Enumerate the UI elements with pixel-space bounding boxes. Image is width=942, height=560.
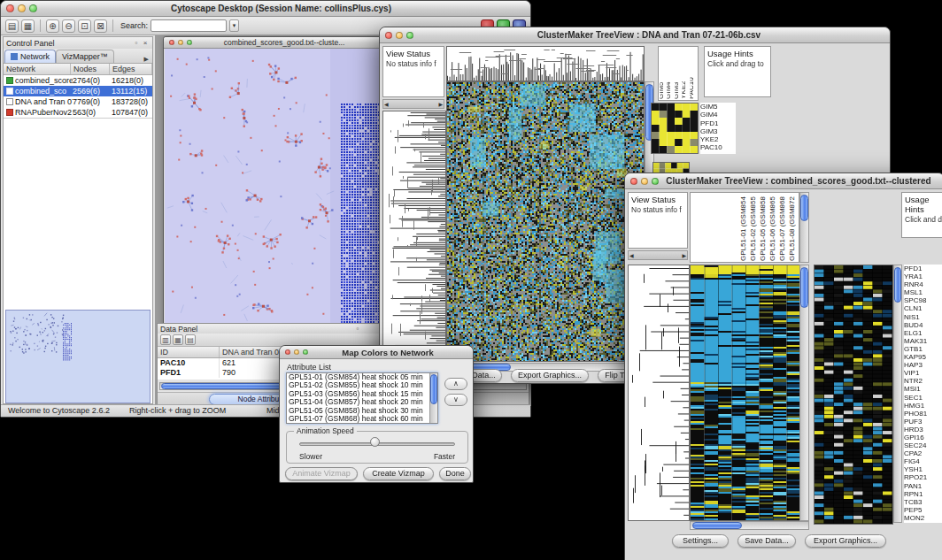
gene-label: PHO81 xyxy=(904,410,942,418)
array-column-labels: GPL51-01 (GSM854GPL51-02 (GSM855GPL51-05… xyxy=(690,192,799,263)
gene-dendrogram[interactable] xyxy=(628,265,690,521)
gene-dendrogram[interactable] xyxy=(382,111,446,364)
animation-speed-label: Animation Speed xyxy=(294,426,357,435)
scroll-right-icon[interactable]: ▶ xyxy=(682,252,686,258)
move-up-button[interactable]: ∧ xyxy=(444,378,467,390)
horizontal-scrollbar[interactable]: ◀ ▶ xyxy=(628,250,688,260)
minimize-button[interactable] xyxy=(396,32,403,39)
vertical-scrollbar[interactable] xyxy=(799,265,809,521)
attribute-item[interactable]: GPL51-07 (GSM868) heat shock 60 min xyxy=(287,415,429,423)
heatmap-global-view[interactable] xyxy=(690,265,801,521)
minimize-button[interactable] xyxy=(294,349,299,355)
network-view-canvas[interactable] xyxy=(165,49,382,329)
done-button[interactable]: Done xyxy=(439,467,471,480)
gene-label: TCB3 xyxy=(904,498,942,506)
attribute-item[interactable]: GPL51-04 (GSM857) heat shock 20 min xyxy=(287,398,429,406)
close-button[interactable] xyxy=(630,178,637,185)
table-row[interactable]: DNA and Tran 07 7769(0) 183728(0) xyxy=(4,96,152,107)
usage-hints-panel: Usage Hints Click and drag to xyxy=(704,46,771,97)
table-row[interactable]: combined_scores 2764(0) 16218(0) xyxy=(4,75,152,86)
window-controls xyxy=(169,40,192,45)
search-dropdown-icon[interactable]: ▾ xyxy=(229,19,239,32)
zoom-button[interactable] xyxy=(29,4,37,12)
vertical-scrollbar[interactable] xyxy=(799,192,809,263)
zoom-column-labels: GIM5GIM4GIM3YKE2PAC10 xyxy=(658,46,699,101)
import-network-icon[interactable]: ▦ xyxy=(21,19,35,33)
minimize-button[interactable] xyxy=(641,178,648,185)
save-data-button[interactable]: Save Data... xyxy=(737,534,796,548)
zoom-fit-icon[interactable]: ⊡ xyxy=(78,19,91,33)
attribute-item[interactable]: GPL51-03 (GSM856) heat shock 15 min xyxy=(287,390,429,398)
export-graphics-button[interactable]: Export Graphics... xyxy=(511,369,589,382)
minimize-button[interactable] xyxy=(18,4,26,12)
zoom-button[interactable] xyxy=(406,32,413,39)
scroll-left-icon[interactable]: ◀ xyxy=(384,101,389,107)
minimize-button[interactable] xyxy=(178,40,183,45)
zoom-in-icon[interactable]: ⊕ xyxy=(46,19,59,33)
gene-label: MON2 xyxy=(904,514,942,522)
view-status-title: View Status xyxy=(383,47,444,58)
search-input[interactable] xyxy=(151,19,227,32)
float-panel-icon[interactable]: ▫ xyxy=(132,39,141,47)
open-session-icon[interactable]: ▤ xyxy=(5,19,19,33)
gene-label: RNR4 xyxy=(904,280,942,288)
scrollbar-thumb[interactable] xyxy=(692,522,742,529)
zoom-button[interactable] xyxy=(652,178,659,185)
scrollbar-thumb[interactable] xyxy=(800,267,808,308)
close-button[interactable] xyxy=(6,4,14,12)
scrollbar-thumb[interactable] xyxy=(800,195,808,221)
zoom-out-icon[interactable]: ⊖ xyxy=(62,19,75,33)
close-button[interactable] xyxy=(285,349,290,355)
gene-label: SPC98 xyxy=(904,296,942,304)
gene-label: PFD1 xyxy=(904,265,942,272)
array-dendrogram[interactable] xyxy=(446,46,645,81)
network-table-header: Network Nodes Edges xyxy=(4,64,152,75)
network-overview-canvas[interactable] xyxy=(6,311,150,403)
heatmap-zoom-view[interactable] xyxy=(651,103,699,154)
attribute-create-icon[interactable]: ▦ xyxy=(173,334,183,345)
tab-network[interactable]: Network xyxy=(4,50,56,63)
vertical-scrollbar[interactable] xyxy=(893,265,902,523)
tab-vizmapper[interactable]: VizMapper™ xyxy=(56,50,114,63)
horizontal-scrollbar[interactable] xyxy=(690,521,809,530)
table-row[interactable]: RNAPuberNov2 F 563(0) 107847(0) xyxy=(4,107,152,118)
vertical-scrollbar[interactable] xyxy=(429,373,437,423)
treeview2-titlebar[interactable]: ClusterMaker TreeView : combined_scores_… xyxy=(625,173,942,189)
attribute-item[interactable]: GPL51-05 (GSM858) heat shock 30 min xyxy=(287,407,429,415)
scrollbar-thumb[interactable] xyxy=(430,374,437,404)
export-graphics-button[interactable]: Export Graphics... xyxy=(805,534,886,548)
usage-hints-title: Usage Hints xyxy=(902,193,942,214)
gene-label: CLN1 xyxy=(904,304,942,312)
close-panel-icon[interactable]: × xyxy=(141,39,150,47)
float-panel-icon[interactable]: ▫ xyxy=(354,325,362,333)
close-button[interactable] xyxy=(385,32,392,39)
move-down-button[interactable]: ∨ xyxy=(444,394,467,406)
animate-vizmap-button[interactable]: Animate Vizmap xyxy=(285,467,358,480)
network-view-titlebar[interactable]: combined_scores_good.txt--cluste... xyxy=(164,37,382,49)
tab-overflow-icon[interactable]: ▶ xyxy=(142,56,151,63)
heatmap-global-view[interactable] xyxy=(446,81,645,362)
scroll-right-icon[interactable]: ▶ xyxy=(438,101,443,107)
gene-label: VIP1 xyxy=(904,369,942,377)
main-titlebar[interactable]: Cytoscape Desktop (Session Name: collins… xyxy=(1,1,530,17)
faster-label: Faster xyxy=(434,452,455,461)
attribute-item[interactable]: GPL51-02 (GSM855) heat shock 10 min xyxy=(287,381,429,389)
settings-button[interactable]: Settings... xyxy=(672,534,729,548)
attribute-select-icon[interactable]: ▥ xyxy=(160,334,171,345)
speed-slider-thumb[interactable] xyxy=(370,437,380,447)
create-vizmap-button[interactable]: Create Vizmap xyxy=(363,467,434,480)
zoom-selected-icon[interactable]: ⊠ xyxy=(94,19,107,33)
view-status-panel: View Status No status info f xyxy=(382,46,444,97)
scroll-left-icon[interactable]: ◀ xyxy=(629,252,634,258)
table-row[interactable]: combined_sco 2569(6) 13112(15) xyxy=(4,86,152,96)
network-overview-panel[interactable] xyxy=(5,310,151,403)
heatmap-zoom-view[interactable] xyxy=(814,265,893,525)
dialog-titlebar[interactable]: Map Colors to Network xyxy=(280,346,473,359)
attribute-delete-icon[interactable]: ▤ xyxy=(185,334,196,345)
attribute-item[interactable]: GPL51-01 (GSM854) heat shock 05 min xyxy=(287,373,429,381)
treeview1-titlebar[interactable]: ClusterMaker TreeView : DNA and Tran 07-… xyxy=(380,27,890,43)
close-button[interactable] xyxy=(169,40,174,45)
horizontal-scrollbar[interactable]: ◀ ▶ xyxy=(382,99,444,109)
scrollbar-thumb[interactable] xyxy=(894,267,901,303)
gene-label-list: PFD1YRA1RNR4MSL1SPC98CLN1NIS1BUD4ELG1MAK… xyxy=(904,265,942,523)
